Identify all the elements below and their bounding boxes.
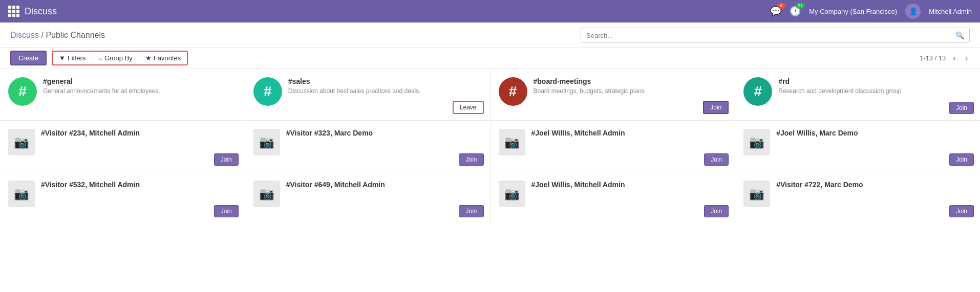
card-action: Join: [949, 102, 974, 114]
channel-desc: Board meetings, budgets, strategic plans: [534, 87, 727, 96]
card-action: Join: [704, 153, 729, 166]
card-action: Join: [949, 205, 974, 217]
create-button[interactable]: Create: [10, 51, 47, 65]
groupby-icon: ≡: [98, 54, 102, 62]
pagination-info: 1-13 / 13: [920, 54, 946, 62]
filters-button[interactable]: ▼ Filters: [53, 52, 92, 64]
channel-name: #Joel Willis, Mitchell Admin: [531, 181, 727, 189]
channel-info: #Joel Willis, Marc Demo: [776, 129, 972, 139]
join-button[interactable]: Join: [949, 153, 974, 166]
search-input[interactable]: [581, 28, 950, 42]
message-badge: 6: [777, 3, 785, 9]
channel-card-sales: # #sales Discussion about best sales pra…: [245, 69, 490, 120]
favorites-label: Favorites: [154, 54, 181, 62]
next-page-button[interactable]: ›: [963, 53, 970, 64]
channel-icon: 📷: [8, 129, 35, 155]
channel-name: #Visitor #722, Marc Demo: [776, 181, 972, 189]
channel-name: #sales: [288, 77, 482, 85]
channel-card-joelwillis1: 📷 #Joel Willis, Mitchell Admin Join: [491, 121, 735, 172]
channel-name: #Visitor #649, Mitchell Admin: [286, 181, 482, 189]
channel-card-visitor323: 📷 #Visitor #323, Marc Demo Join: [245, 121, 490, 172]
channel-card-visitor649: 📷 #Visitor #649, Mitchell Admin Join: [245, 172, 490, 223]
join-button[interactable]: Join: [459, 205, 483, 217]
card-action: Join: [703, 101, 729, 114]
avatar[interactable]: 👤: [905, 4, 921, 19]
search-button[interactable]: 🔍: [950, 28, 969, 42]
channel-card-inner: 📷 #Joel Willis, Mitchell Admin: [499, 181, 727, 215]
join-button[interactable]: Join: [704, 205, 729, 217]
channel-card-inner: # #general General announcements for all…: [8, 77, 237, 112]
channel-card-visitor722: 📷 #Visitor #722, Marc Demo Join: [735, 172, 980, 223]
channel-icon: 📷: [253, 129, 280, 155]
channel-info: #Joel Willis, Mitchell Admin: [531, 129, 727, 139]
channels-grid: # #general General announcements for all…: [0, 69, 980, 223]
channel-card-inner: 📷 #Visitor #722, Marc Demo: [743, 181, 972, 215]
channel-name: #Joel Willis, Mitchell Admin: [531, 129, 727, 137]
groupby-label: Group By: [104, 54, 133, 62]
channel-name: #general: [43, 77, 237, 85]
join-button[interactable]: Join: [949, 102, 974, 114]
breadcrumb-current: Public Channels: [46, 31, 105, 39]
search-container: 🔍: [581, 28, 970, 43]
messages-icon-btn[interactable]: 💬 6: [770, 6, 781, 17]
channel-info: #general General announcements for all e…: [43, 77, 237, 96]
channel-icon: #: [499, 77, 527, 106]
channel-desc: Discussion about best sales practices an…: [288, 87, 482, 96]
join-button[interactable]: Join: [704, 153, 729, 166]
channel-info: #Visitor #722, Marc Demo: [776, 181, 972, 190]
channel-name: #Visitor #234, Mitchell Admin: [41, 129, 237, 137]
breadcrumb: Discuss / Public Channels: [10, 31, 105, 40]
join-button[interactable]: Join: [459, 153, 483, 166]
channel-card-joelwillis2: 📷 #Joel Willis, Marc Demo Join: [735, 121, 980, 172]
channel-info: #Visitor #234, Mitchell Admin: [41, 129, 237, 139]
channel-icon: 📷: [499, 129, 525, 155]
channel-card-visitor234: 📷 #Visitor #234, Mitchell Admin Join: [0, 121, 245, 172]
channel-card-inner: 📷 #Joel Willis, Marc Demo: [743, 129, 972, 164]
join-button[interactable]: Join: [703, 101, 729, 114]
card-action: Join: [459, 205, 483, 217]
channel-desc: Research and development discussion grou…: [778, 87, 972, 96]
search-bar: 🔍: [581, 28, 970, 43]
groupby-button[interactable]: ≡ Group By: [92, 52, 139, 64]
join-button[interactable]: Join: [214, 205, 239, 217]
user-name[interactable]: Mitchell Admin: [929, 8, 972, 15]
channel-card-inner: 📷 #Visitor #234, Mitchell Admin: [8, 129, 237, 164]
prev-page-button[interactable]: ‹: [951, 53, 957, 64]
navbar-right: 💬 6 🕐 21 My Company (San Francisco) 👤 Mi…: [770, 4, 972, 19]
channel-name: #Visitor #532, Mitchell Admin: [41, 181, 237, 189]
channel-card-joelwillis3: 📷 #Joel Willis, Mitchell Admin Join: [491, 172, 735, 223]
activity-icon-btn[interactable]: 🕐 21: [790, 6, 801, 17]
card-action: Join: [949, 153, 974, 166]
channel-info: #Visitor #323, Marc Demo: [286, 129, 482, 139]
channel-card-inner: 📷 #Visitor #649, Mitchell Admin: [253, 181, 482, 215]
favorites-button[interactable]: ★ Favorites: [139, 52, 187, 64]
channel-info: #Visitor #649, Mitchell Admin: [286, 181, 482, 190]
activity-badge: 21: [796, 3, 805, 9]
star-icon: ★: [145, 54, 152, 62]
channel-icon: 📷: [253, 181, 280, 207]
apps-icon[interactable]: [8, 6, 19, 17]
card-action: Join: [214, 153, 239, 166]
channel-card-visitor532: 📷 #Visitor #532, Mitchell Admin Join: [0, 172, 245, 223]
breadcrumb-separator: /: [41, 31, 43, 39]
channel-card-inner: 📷 #Visitor #323, Marc Demo: [253, 129, 482, 164]
channel-name: #Visitor #323, Marc Demo: [286, 129, 482, 137]
channel-icon: 📷: [743, 129, 770, 155]
channel-card-inner: # #sales Discussion about best sales pra…: [253, 77, 482, 112]
channel-card-rd: # #rd Research and development discussio…: [735, 69, 980, 120]
channel-card-inner: # #board-meetings Board meetings, budget…: [499, 77, 727, 112]
toolbar: Create ▼ Filters ≡ Group By ★ Favorites …: [0, 48, 980, 69]
channel-name: #Joel Willis, Marc Demo: [776, 129, 972, 137]
channel-name: #rd: [778, 77, 972, 85]
company-name[interactable]: My Company (San Francisco): [809, 8, 897, 15]
channel-name: #board-meetings: [534, 77, 727, 85]
channel-card-inner: 📷 #Visitor #532, Mitchell Admin: [8, 181, 237, 215]
leave-button[interactable]: Leave: [453, 101, 484, 114]
channel-info: #Joel Willis, Mitchell Admin: [531, 181, 727, 190]
breadcrumb-parent[interactable]: Discuss: [10, 31, 39, 39]
join-button[interactable]: Join: [949, 205, 974, 217]
card-action: Join: [704, 205, 729, 217]
filter-icon: ▼: [59, 54, 66, 62]
card-action: Join: [459, 153, 483, 166]
join-button[interactable]: Join: [214, 153, 239, 166]
